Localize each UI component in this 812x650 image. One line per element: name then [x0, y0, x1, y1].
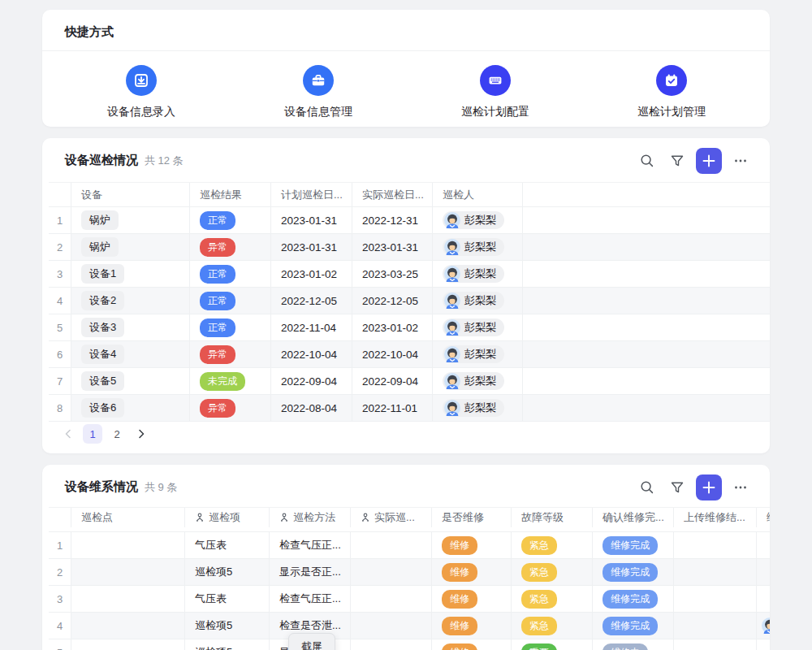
shortcut-4[interactable]: 巡检计划管理: [615, 65, 728, 119]
repair-pill: 维修: [442, 536, 477, 555]
column-header: 实际巡...: [351, 508, 432, 527]
result-cell: 未完成: [190, 368, 271, 394]
planned-date-cell: 2022-10-04: [271, 341, 352, 367]
row-number: 8: [49, 395, 71, 421]
inspector-chip: 彭梨梨: [443, 238, 504, 256]
item-cell: 巡检项5: [185, 613, 270, 639]
point-cell: [71, 559, 185, 585]
more-icon[interactable]: [729, 476, 752, 499]
table-row[interactable]: 7设备5未完成2022-09-042022-09-04彭梨梨: [49, 368, 770, 395]
shortcut-1[interactable]: 设备信息录入: [84, 65, 198, 119]
column-header: 是否维修: [432, 508, 512, 527]
planned-date-cell: 2023-01-02: [271, 261, 352, 287]
shortcut-3[interactable]: 巡检计划配置: [438, 65, 552, 119]
shortcut-label: 巡检计划配置: [438, 105, 552, 119]
table-row[interactable]: 2锅炉异常2023-01-312023-01-31彭梨梨: [49, 234, 770, 261]
confirm-pill: 维修完成: [603, 563, 658, 582]
shortcuts-title: 快捷方式: [65, 24, 114, 40]
level-cell: 紧急: [512, 586, 593, 612]
maintenance-table: 巡检点巡检项巡检方法实际巡...是否维修故障等级确认维修完...上传维修结...…: [49, 507, 770, 650]
actual-date-cell: 2022-11-01: [352, 395, 433, 421]
device-tag: 设备2: [81, 291, 124, 310]
filler-cell: [523, 395, 770, 421]
avatar: [444, 266, 460, 282]
pagination: 12: [58, 424, 151, 444]
add-record-button[interactable]: [696, 474, 722, 500]
inspection-title: 设备巡检情况: [65, 153, 138, 168]
column-header: 故障等级: [512, 508, 593, 527]
level-cell: 紧急: [512, 613, 593, 639]
calendar-check-icon: [656, 65, 687, 96]
column-header: 计划巡检日...: [271, 183, 352, 206]
result-pill: 正常: [200, 318, 235, 337]
maintainer-cell: [757, 613, 770, 639]
result-cell: 异常: [190, 341, 271, 367]
confirm-cell: 维修中: [593, 639, 674, 650]
confirm-cell: 维修完成: [593, 613, 674, 639]
confirm-pill: 维修中: [603, 644, 648, 650]
table-row[interactable]: 5巡检项5显示是否正...维修重要维修中: [49, 639, 770, 650]
table-row[interactable]: 1锅炉正常2023-01-312022-12-31彭梨梨: [49, 207, 770, 234]
more-icon[interactable]: [729, 150, 752, 172]
shortcut-label: 巡检计划管理: [615, 105, 728, 119]
repair-pill: 维修: [442, 644, 477, 650]
filter-icon[interactable]: [666, 150, 689, 172]
table-row[interactable]: 2巡检项5显示是否正...维修紧急维修完成: [49, 559, 770, 586]
row-number: 1: [49, 532, 71, 558]
lookup-icon: [195, 513, 205, 522]
next-page-button[interactable]: [132, 424, 151, 444]
device-tag: 设备4: [81, 344, 124, 364]
page-button-2[interactable]: 2: [107, 424, 127, 444]
upload-cell: [674, 559, 757, 585]
table-row[interactable]: 5设备3正常2022-11-042023-01-02彭梨梨: [49, 314, 770, 341]
avatar: [444, 212, 460, 228]
page-button-1[interactable]: 1: [83, 424, 102, 444]
table-row[interactable]: 3设备1正常2023-01-022023-03-25彭梨梨: [49, 261, 770, 288]
repair-pill: 维修: [442, 563, 477, 582]
avatar: [444, 400, 460, 416]
keyboard-icon: [480, 65, 511, 96]
prev-page-button[interactable]: [58, 424, 78, 444]
row-number-header: [49, 183, 71, 206]
item-cell: 巡检项5: [185, 639, 270, 650]
search-icon[interactable]: [636, 150, 659, 172]
table-row[interactable]: 3气压表检查气压正...维修紧急维修完成: [49, 586, 770, 613]
planned-date-cell: 2022-09-04: [271, 368, 352, 394]
actual-date-cell: 2023-03-25: [352, 261, 433, 287]
point-cell: [71, 532, 185, 558]
shortcut-label: 设备信息录入: [84, 105, 198, 119]
column-header: 上传维修结...: [674, 508, 757, 527]
actual-date-cell: 2023-01-31: [352, 234, 433, 260]
filter-icon[interactable]: [666, 476, 689, 499]
actual-date-cell: 2022-12-05: [352, 288, 433, 314]
table-row[interactable]: 1气压表检查气压正...维修紧急维修完成: [49, 532, 770, 559]
maintainer-cell: [757, 639, 770, 650]
item-cell: 气压表: [185, 532, 270, 558]
add-record-button[interactable]: [696, 148, 722, 174]
inspector-chip: 彭梨梨: [443, 399, 504, 417]
table-row[interactable]: 4设备2正常2022-12-052022-12-05彭梨梨: [49, 288, 770, 314]
row-number: 6: [49, 341, 71, 367]
method-cell: 显示是否正...: [270, 559, 351, 585]
actual-cell: [351, 559, 432, 585]
level-cell: 重要: [512, 639, 593, 650]
repair-cell: 维修: [432, 586, 512, 612]
shortcut-2[interactable]: 设备信息管理: [261, 65, 375, 119]
table-row[interactable]: 4巡检项5检查是否泄...维修紧急维修完成: [49, 613, 770, 639]
filler-cell: [523, 207, 770, 233]
inspector-cell: 彭梨梨: [433, 234, 523, 260]
table-row[interactable]: 6设备4异常2022-10-042022-10-04彭梨梨: [49, 341, 770, 368]
search-icon[interactable]: [636, 476, 659, 499]
row-number-header: [49, 508, 71, 527]
table-row[interactable]: 8设备6异常2022-08-042022-11-01彭梨梨: [49, 395, 770, 422]
row-number: 7: [49, 368, 71, 394]
row-number: 3: [49, 261, 71, 287]
result-pill: 未完成: [200, 372, 245, 391]
row-number: 3: [49, 586, 71, 612]
upload-cell: [674, 613, 757, 639]
inspector-chip: 彭梨梨: [443, 292, 504, 310]
result-cell: 异常: [190, 234, 271, 260]
level-pill: 紧急: [521, 590, 557, 609]
maintenance-controls: [636, 474, 752, 500]
result-cell: 正常: [190, 314, 271, 340]
